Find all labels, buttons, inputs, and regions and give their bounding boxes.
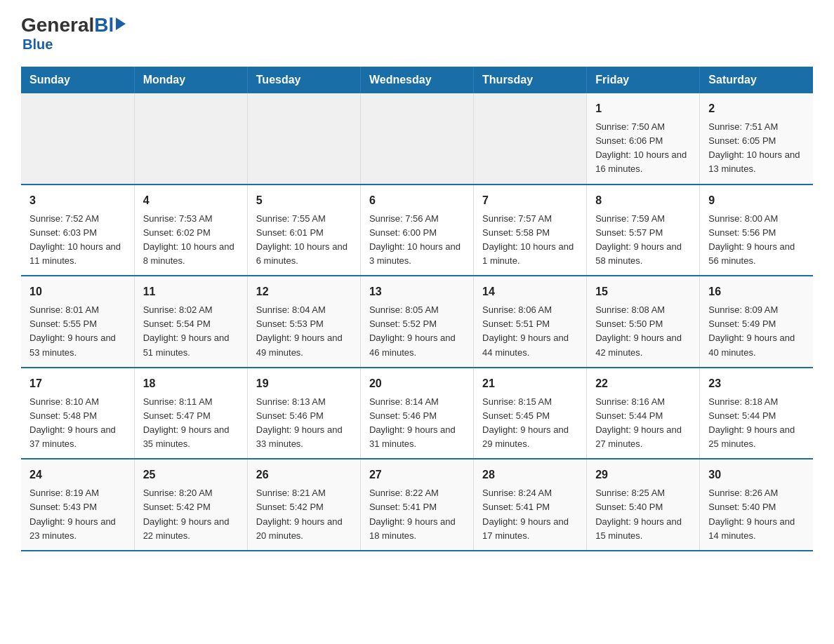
calendar-week-row: 1Sunrise: 7:50 AMSunset: 6:06 PMDaylight… <box>21 93 813 185</box>
day-number: 1 <box>595 100 691 117</box>
day-number: 16 <box>708 283 805 300</box>
calendar-cell: 21Sunrise: 8:15 AMSunset: 5:45 PMDayligh… <box>474 368 587 459</box>
day-number: 21 <box>482 375 578 392</box>
day-number: 8 <box>595 192 691 209</box>
day-detail: Sunrise: 7:57 AMSunset: 5:58 PMDaylight:… <box>482 212 578 269</box>
day-detail: Sunrise: 8:13 AMSunset: 5:46 PMDaylight:… <box>256 395 352 452</box>
day-detail: Sunrise: 7:53 AMSunset: 6:02 PMDaylight:… <box>143 212 239 269</box>
day-number: 24 <box>29 467 126 483</box>
day-number: 5 <box>256 192 352 209</box>
calendar-week-row: 17Sunrise: 8:10 AMSunset: 5:48 PMDayligh… <box>21 368 813 459</box>
calendar-cell: 7Sunrise: 7:57 AMSunset: 5:58 PMDaylight… <box>474 185 587 276</box>
calendar-cell: 29Sunrise: 8:25 AMSunset: 5:40 PMDayligh… <box>587 459 700 551</box>
calendar-cell <box>21 93 134 185</box>
day-number: 25 <box>143 467 239 483</box>
day-number: 17 <box>29 375 126 392</box>
calendar-week-row: 3Sunrise: 7:52 AMSunset: 6:03 PMDaylight… <box>21 185 813 276</box>
calendar-cell: 11Sunrise: 8:02 AMSunset: 5:54 PMDayligh… <box>134 276 247 368</box>
day-number: 7 <box>482 192 578 209</box>
day-number: 19 <box>256 375 352 392</box>
calendar-cell: 19Sunrise: 8:13 AMSunset: 5:46 PMDayligh… <box>247 368 360 459</box>
calendar-cell: 26Sunrise: 8:21 AMSunset: 5:42 PMDayligh… <box>247 459 360 551</box>
logo: General B l Blue <box>21 14 126 53</box>
day-detail: Sunrise: 7:56 AMSunset: 6:00 PMDaylight:… <box>369 212 465 269</box>
day-number: 14 <box>482 283 578 300</box>
day-number: 22 <box>595 375 691 392</box>
day-detail: Sunrise: 8:16 AMSunset: 5:44 PMDaylight:… <box>595 395 691 452</box>
day-detail: Sunrise: 8:05 AMSunset: 5:52 PMDaylight:… <box>369 303 465 360</box>
day-detail: Sunrise: 8:06 AMSunset: 5:51 PMDaylight:… <box>482 303 578 360</box>
day-detail: Sunrise: 8:09 AMSunset: 5:49 PMDaylight:… <box>708 303 805 360</box>
calendar-cell: 8Sunrise: 7:59 AMSunset: 5:57 PMDaylight… <box>587 185 700 276</box>
day-detail: Sunrise: 8:00 AMSunset: 5:56 PMDaylight:… <box>708 212 805 269</box>
day-detail: Sunrise: 8:25 AMSunset: 5:40 PMDaylight:… <box>595 486 691 543</box>
page-header: General B l Blue <box>21 14 813 53</box>
day-number: 15 <box>595 283 691 300</box>
day-number: 27 <box>369 467 465 483</box>
calendar-cell: 14Sunrise: 8:06 AMSunset: 5:51 PMDayligh… <box>474 276 587 368</box>
calendar-cell: 30Sunrise: 8:26 AMSunset: 5:40 PMDayligh… <box>700 459 813 551</box>
day-detail: Sunrise: 8:04 AMSunset: 5:53 PMDaylight:… <box>256 303 352 360</box>
calendar-cell: 20Sunrise: 8:14 AMSunset: 5:46 PMDayligh… <box>360 368 473 459</box>
calendar-cell: 27Sunrise: 8:22 AMSunset: 5:41 PMDayligh… <box>360 459 473 551</box>
calendar-week-row: 24Sunrise: 8:19 AMSunset: 5:43 PMDayligh… <box>21 459 813 551</box>
logo-subtitle: Blue <box>22 36 53 53</box>
day-number: 10 <box>29 283 126 300</box>
day-number: 20 <box>369 375 465 392</box>
day-number: 4 <box>143 192 239 209</box>
day-number: 9 <box>708 192 805 209</box>
day-detail: Sunrise: 7:59 AMSunset: 5:57 PMDaylight:… <box>595 212 691 269</box>
day-detail: Sunrise: 8:26 AMSunset: 5:40 PMDaylight:… <box>708 486 805 543</box>
day-number: 11 <box>143 283 239 300</box>
calendar-cell: 4Sunrise: 7:53 AMSunset: 6:02 PMDaylight… <box>134 185 247 276</box>
day-detail: Sunrise: 8:02 AMSunset: 5:54 PMDaylight:… <box>143 303 239 360</box>
day-number: 28 <box>482 467 578 483</box>
calendar-cell: 17Sunrise: 8:10 AMSunset: 5:48 PMDayligh… <box>21 368 134 459</box>
calendar-cell <box>360 93 473 185</box>
day-detail: Sunrise: 8:18 AMSunset: 5:44 PMDaylight:… <box>708 395 805 452</box>
calendar-cell: 2Sunrise: 7:51 AMSunset: 6:05 PMDaylight… <box>700 93 813 185</box>
header-saturday: Saturday <box>700 67 813 93</box>
day-number: 12 <box>256 283 352 300</box>
logo-general-text: General <box>21 14 94 36</box>
calendar-cell: 12Sunrise: 8:04 AMSunset: 5:53 PMDayligh… <box>247 276 360 368</box>
day-detail: Sunrise: 7:52 AMSunset: 6:03 PMDaylight:… <box>29 212 126 269</box>
day-detail: Sunrise: 8:22 AMSunset: 5:41 PMDaylight:… <box>369 486 465 543</box>
calendar-cell <box>247 93 360 185</box>
weekday-header-row: Sunday Monday Tuesday Wednesday Thursday… <box>21 67 813 93</box>
day-number: 13 <box>369 283 465 300</box>
header-thursday: Thursday <box>474 67 587 93</box>
calendar-cell: 10Sunrise: 8:01 AMSunset: 5:55 PMDayligh… <box>21 276 134 368</box>
day-detail: Sunrise: 8:21 AMSunset: 5:42 PMDaylight:… <box>256 486 352 543</box>
calendar-cell: 15Sunrise: 8:08 AMSunset: 5:50 PMDayligh… <box>587 276 700 368</box>
calendar-cell <box>134 93 247 185</box>
calendar-cell: 5Sunrise: 7:55 AMSunset: 6:01 PMDaylight… <box>247 185 360 276</box>
header-sunday: Sunday <box>21 67 134 93</box>
day-detail: Sunrise: 8:10 AMSunset: 5:48 PMDaylight:… <box>29 395 126 452</box>
day-detail: Sunrise: 7:55 AMSunset: 6:01 PMDaylight:… <box>256 212 352 269</box>
logo-arrow-icon <box>116 18 126 30</box>
header-friday: Friday <box>587 67 700 93</box>
calendar-cell: 9Sunrise: 8:00 AMSunset: 5:56 PMDaylight… <box>700 185 813 276</box>
day-detail: Sunrise: 8:01 AMSunset: 5:55 PMDaylight:… <box>29 303 126 360</box>
calendar-cell: 25Sunrise: 8:20 AMSunset: 5:42 PMDayligh… <box>134 459 247 551</box>
header-wednesday: Wednesday <box>360 67 473 93</box>
day-detail: Sunrise: 8:08 AMSunset: 5:50 PMDaylight:… <box>595 303 691 360</box>
day-number: 6 <box>369 192 465 209</box>
day-detail: Sunrise: 8:15 AMSunset: 5:45 PMDaylight:… <box>482 395 578 452</box>
logo-blue-text: B l <box>94 14 126 36</box>
calendar-cell: 28Sunrise: 8:24 AMSunset: 5:41 PMDayligh… <box>474 459 587 551</box>
calendar-cell: 16Sunrise: 8:09 AMSunset: 5:49 PMDayligh… <box>700 276 813 368</box>
calendar-cell: 13Sunrise: 8:05 AMSunset: 5:52 PMDayligh… <box>360 276 473 368</box>
header-monday: Monday <box>134 67 247 93</box>
day-number: 18 <box>143 375 239 392</box>
day-detail: Sunrise: 8:14 AMSunset: 5:46 PMDaylight:… <box>369 395 465 452</box>
day-detail: Sunrise: 8:24 AMSunset: 5:41 PMDaylight:… <box>482 486 578 543</box>
calendar-cell: 23Sunrise: 8:18 AMSunset: 5:44 PMDayligh… <box>700 368 813 459</box>
calendar-table: Sunday Monday Tuesday Wednesday Thursday… <box>21 67 813 551</box>
day-detail: Sunrise: 8:20 AMSunset: 5:42 PMDaylight:… <box>143 486 239 543</box>
calendar-cell: 18Sunrise: 8:11 AMSunset: 5:47 PMDayligh… <box>134 368 247 459</box>
day-number: 29 <box>595 467 691 483</box>
calendar-week-row: 10Sunrise: 8:01 AMSunset: 5:55 PMDayligh… <box>21 276 813 368</box>
calendar-cell: 6Sunrise: 7:56 AMSunset: 6:00 PMDaylight… <box>360 185 473 276</box>
